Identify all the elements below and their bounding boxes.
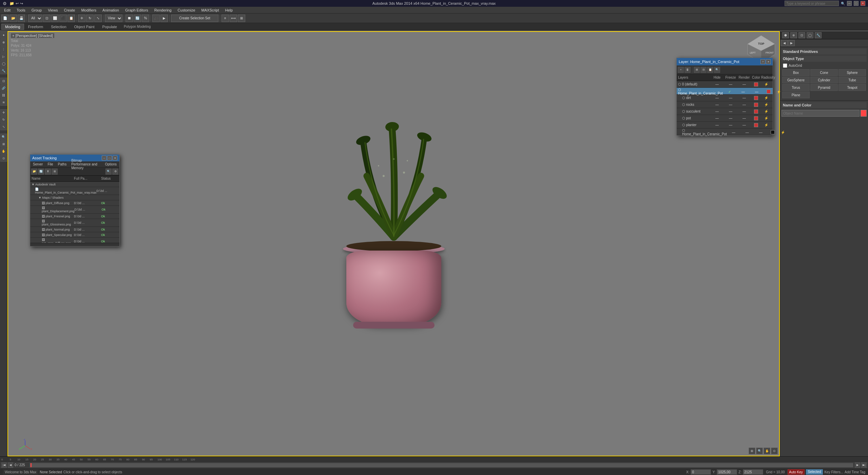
panel-scroll-btn1[interactable]: ◀ bbox=[781, 40, 788, 46]
modify-panel-btn[interactable]: ⊕ bbox=[0, 39, 7, 46]
menu-help[interactable]: Help bbox=[223, 7, 236, 13]
pyramid-btn[interactable]: Pyramid bbox=[810, 84, 838, 91]
maximize-button[interactable]: □ bbox=[854, 1, 859, 6]
asset-row-pot-diffuse[interactable]: 🖼 pot_rose_Diffuse.png D:\3d ... Ok bbox=[30, 238, 119, 243]
asset-row-maxfile[interactable]: 📄 Home_Plant_in_Ceramic_Pot_max_vray.max… bbox=[30, 187, 119, 195]
percent-snap-btn[interactable]: % bbox=[142, 15, 149, 22]
render-btn[interactable]: 🎥 bbox=[152, 15, 160, 22]
panel-icon-btn2[interactable]: ⊕ bbox=[790, 32, 797, 38]
asset-row-plant-normal[interactable]: 🖼 plant_Normal.png D:\3d ... Ok bbox=[30, 227, 119, 232]
next-frame-btn[interactable]: ▶ bbox=[855, 462, 860, 468]
tab-modeling[interactable]: Modeling bbox=[1, 24, 24, 30]
save-btn[interactable]: 💾 bbox=[18, 15, 25, 22]
move-btn[interactable]: ✛ bbox=[78, 15, 85, 22]
menu-create[interactable]: Create bbox=[61, 7, 78, 13]
teapot-btn[interactable]: Teapot bbox=[838, 84, 866, 91]
menu-edit[interactable]: Edit bbox=[1, 7, 13, 13]
align-btn[interactable]: ⊞ bbox=[238, 15, 245, 22]
panel-icon-btn5[interactable]: 🔧 bbox=[815, 32, 822, 38]
asset-row-plant-specular[interactable]: 🖼 plant_Specular.png D:\3d ... Ok bbox=[30, 232, 119, 238]
pan-btn[interactable]: ✋ bbox=[0, 148, 7, 155]
menu-maxscript[interactable]: MAXScript bbox=[199, 7, 222, 13]
asset-minimize-btn[interactable]: ─ bbox=[102, 156, 107, 160]
color-swatch[interactable] bbox=[861, 110, 867, 117]
layer-icon1[interactable]: ⊞ bbox=[694, 67, 700, 73]
layer-row-default[interactable]: ⬡ 0 (default) — — — ⚡ bbox=[677, 81, 773, 88]
asset-settings-btn[interactable]: ⚙ bbox=[112, 169, 118, 175]
tab-freeform[interactable]: Freeform bbox=[24, 24, 47, 30]
torus-btn[interactable]: Torus bbox=[782, 84, 810, 91]
snap-toggle-btn[interactable]: 🔲 bbox=[126, 15, 133, 22]
bind-space-warp-btn[interactable]: ≋ bbox=[0, 99, 7, 106]
asset-menu-options[interactable]: Options bbox=[103, 162, 119, 166]
scale-btn[interactable]: ⤡ bbox=[94, 15, 102, 22]
tab-populate[interactable]: Populate bbox=[98, 24, 120, 30]
arc-rotate-btn[interactable]: ⊙ bbox=[0, 155, 7, 162]
panel-scroll-btn2[interactable]: ▶ bbox=[788, 40, 795, 46]
layer-dialog-title[interactable]: Layer: Home_Plant_in_Ceramic_Pot ? ✕ bbox=[677, 58, 773, 65]
panel-icon-btn1[interactable]: ⬢ bbox=[782, 32, 789, 38]
rotate-btn[interactable]: ↻ bbox=[86, 15, 94, 22]
select-crossing-btn[interactable]: ⬛ bbox=[59, 15, 67, 22]
asset-tool1[interactable]: 📁 bbox=[31, 169, 37, 175]
layer-icon3[interactable]: 📋 bbox=[707, 67, 713, 73]
asset-row-plant-fresnel[interactable]: 🖼 plant_Fresnel.png D:\3d ... Ok bbox=[30, 214, 119, 219]
viewport-zoom-btn[interactable]: 🔍 bbox=[756, 448, 763, 454]
layer-icon2[interactable]: ⊟ bbox=[700, 67, 707, 73]
plane-btn[interactable]: Plane bbox=[782, 92, 810, 98]
autogrid-checkbox[interactable] bbox=[783, 63, 787, 68]
object-name-input[interactable] bbox=[782, 110, 860, 117]
asset-tool4[interactable]: ⊞ bbox=[52, 169, 58, 175]
search-icon[interactable]: 🔍 bbox=[841, 2, 845, 5]
menu-modifiers[interactable]: Modifiers bbox=[78, 7, 99, 13]
search-input[interactable] bbox=[785, 1, 839, 6]
menu-graph-editors[interactable]: Graph Editors bbox=[122, 7, 151, 13]
menu-views[interactable]: Views bbox=[45, 7, 60, 13]
zoom-all-btn[interactable]: ⊞ bbox=[0, 141, 7, 147]
layers-btn[interactable]: ≡ bbox=[221, 15, 229, 22]
cylinder-btn[interactable]: Cylinder bbox=[810, 77, 838, 83]
panel-icon-btn4[interactable]: ◯ bbox=[807, 32, 813, 38]
create-panel-btn[interactable]: ✦ bbox=[0, 32, 7, 39]
viewport-pan-btn[interactable]: ✋ bbox=[764, 448, 770, 454]
asset-row-vault[interactable]: ▼ Autodesk Vault bbox=[30, 182, 119, 187]
timeline-track[interactable] bbox=[30, 463, 853, 468]
viewport-orbit-btn[interactable]: ⊙ bbox=[771, 448, 778, 454]
layer-new-btn[interactable]: + bbox=[678, 67, 684, 73]
layer-row-planter[interactable]: ⬡ planter — — — ⚡ bbox=[677, 122, 773, 128]
prev-frame-btn[interactable]: ◀ bbox=[8, 462, 13, 468]
viewport-zoom-extents-btn[interactable]: ⊞ bbox=[749, 448, 755, 454]
layer-row-home-plant[interactable]: ⬡ Home_Plant_in_Ceramic_Pot ✓ — — ⚡ bbox=[677, 88, 773, 95]
layer-row-home-plant2[interactable]: ⬡ Home_Plant_in_Ceramic_Pot — — — ⚡ bbox=[677, 128, 773, 135]
y-coord-input[interactable] bbox=[717, 469, 737, 475]
undo-icon[interactable]: ↩ bbox=[16, 1, 19, 6]
minimize-button[interactable]: ─ bbox=[847, 1, 852, 6]
open-btn[interactable]: 📂 bbox=[9, 15, 17, 22]
goto-start-btn[interactable]: |◀ bbox=[1, 462, 7, 468]
viewport[interactable]: + [Perspective] [Shaded] Total Polys: 31… bbox=[7, 31, 780, 456]
layer-close-btn[interactable]: ✕ bbox=[766, 59, 771, 64]
menu-rendering[interactable]: Rendering bbox=[152, 7, 174, 13]
select-move-btn[interactable]: ✛ bbox=[0, 109, 7, 116]
asset-row-plant-displacement[interactable]: 🖼 plant_Displacement.png D:\3d ... Ok bbox=[30, 206, 119, 214]
select-object-btn[interactable]: ⊡ bbox=[0, 78, 7, 84]
geosphere-btn[interactable]: GeoSphere bbox=[782, 77, 810, 83]
key-filters-btn[interactable]: Key Filters... bbox=[824, 470, 843, 474]
menu-customize[interactable]: Customize bbox=[175, 7, 198, 13]
angle-snap-btn[interactable]: 🔄 bbox=[134, 15, 141, 22]
asset-close-btn[interactable]: ✕ bbox=[113, 156, 117, 160]
close-button[interactable]: ✕ bbox=[861, 1, 865, 6]
panel-icon-btn3[interactable]: ⊡ bbox=[798, 32, 805, 38]
asset-row-maps[interactable]: ▼ Maps / Shaders bbox=[30, 195, 119, 200]
cone-btn[interactable]: Cone bbox=[810, 69, 838, 76]
menu-tools[interactable]: Tools bbox=[14, 7, 28, 13]
asset-menu-paths[interactable]: Paths bbox=[56, 162, 69, 166]
utilities-panel-btn[interactable]: 🔧 bbox=[0, 67, 7, 74]
selection-dropdown[interactable]: All bbox=[28, 15, 42, 22]
asset-tool2[interactable]: 🔄 bbox=[38, 169, 44, 175]
asset-menu-file[interactable]: File bbox=[45, 162, 55, 166]
timeline-bar[interactable]: |◀ ◀ 0 / 225 ▶ ▶| bbox=[0, 461, 868, 469]
select-scale-btn[interactable]: ⤡ bbox=[0, 123, 7, 130]
tube-btn[interactable]: Tube bbox=[838, 77, 866, 83]
zoom-btn[interactable]: 🔍 bbox=[0, 134, 7, 140]
